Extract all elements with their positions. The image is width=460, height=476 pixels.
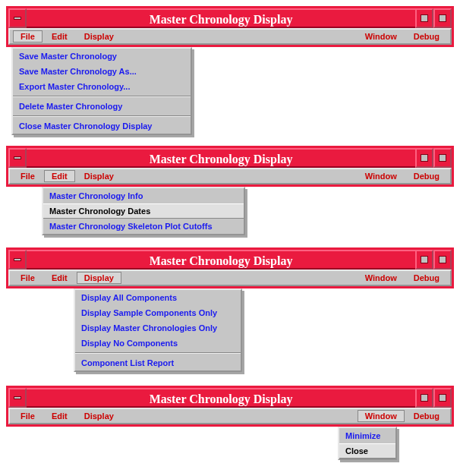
window-title: Master Chronology Display — [27, 8, 415, 28]
titlebar: Master Chronology Display — [8, 250, 452, 270]
minimize-button[interactable] — [415, 388, 433, 408]
window-menu-button[interactable] — [8, 8, 27, 28]
window-menu-button[interactable] — [8, 250, 27, 270]
menu-item-export[interactable]: Export Master Chronology... — [13, 79, 191, 94]
menu-separator — [13, 96, 191, 97]
menu-edit[interactable]: Edit — [44, 410, 75, 422]
menu-item-close[interactable]: Close — [339, 443, 395, 459]
menu-edit[interactable]: Edit — [44, 30, 75, 43]
minimize-button[interactable] — [415, 148, 433, 168]
menu-debug[interactable]: Debug — [406, 30, 447, 43]
dropdown-edit: Master Chronology Info Master Chronology… — [42, 187, 245, 235]
menu-display[interactable]: Display — [77, 272, 121, 284]
menu-item-delete[interactable]: Delete Master Chronology — [13, 99, 191, 114]
menu-file[interactable]: File — [13, 30, 43, 43]
menu-item-component-report[interactable]: Component List Report — [75, 355, 241, 370]
menu-window[interactable]: Window — [358, 30, 405, 43]
minimize-button[interactable] — [415, 8, 433, 28]
dropdown-file: Save Master Chronology Save Master Chron… — [11, 47, 192, 135]
menu-item-info[interactable]: Master Chronology Info — [43, 188, 244, 203]
window-title: Master Chronology Display — [27, 250, 415, 270]
dropdown-window: Minimize Close — [338, 427, 397, 460]
menu-display[interactable]: Display — [77, 30, 121, 43]
menu-item-save-as[interactable]: Save Master Chronology As... — [13, 64, 191, 79]
menu-debug[interactable]: Debug — [406, 272, 447, 284]
menu-window[interactable]: Window — [358, 170, 405, 182]
minimize-button[interactable] — [415, 250, 433, 270]
window-title: Master Chronology Display — [27, 388, 415, 408]
window-master-chronology: Master Chronology Display File Edit Disp… — [6, 247, 454, 288]
titlebar: Master Chronology Display — [8, 148, 452, 168]
menubar: File Edit Display Window Debug — [8, 28, 452, 45]
menu-item-skeleton-cutoffs[interactable]: Master Chronology Skeleton Plot Cutoffs — [43, 219, 244, 234]
menu-item-save[interactable]: Save Master Chronology — [13, 49, 191, 64]
window-master-chronology: Master Chronology Display File Edit Disp… — [6, 146, 454, 187]
menu-file[interactable]: File — [13, 272, 43, 284]
menu-item-dates[interactable]: Master Chronology Dates — [43, 203, 244, 219]
menu-edit[interactable]: Edit — [44, 272, 75, 284]
titlebar: Master Chronology Display — [8, 8, 452, 28]
menu-file[interactable]: File — [13, 410, 43, 422]
menu-item-display-all[interactable]: Display All Components — [75, 290, 241, 305]
menu-item-display-none[interactable]: Display No Components — [75, 336, 241, 351]
window-menu-button[interactable] — [8, 148, 27, 168]
menubar: File Edit Display Window Debug — [8, 168, 452, 184]
window-master-chronology: Master Chronology Display File Edit Disp… — [6, 386, 454, 427]
menu-display[interactable]: Display — [77, 410, 121, 422]
maximize-button[interactable] — [433, 250, 452, 270]
maximize-button[interactable] — [433, 148, 452, 168]
menu-item-close-display[interactable]: Close Master Chronology Display — [13, 118, 191, 134]
menu-display[interactable]: Display — [77, 170, 121, 182]
maximize-button[interactable] — [433, 8, 452, 28]
menu-separator — [13, 115, 191, 117]
window-menu-button[interactable] — [8, 388, 27, 408]
window-title: Master Chronology Display — [27, 148, 415, 168]
menu-item-minimize[interactable]: Minimize — [339, 428, 395, 443]
menu-debug[interactable]: Debug — [406, 170, 447, 182]
menu-window[interactable]: Window — [358, 272, 405, 284]
maximize-button[interactable] — [433, 388, 452, 408]
menubar: File Edit Display Window Debug — [8, 270, 452, 286]
menu-item-display-master[interactable]: Display Master Chronologies Only — [75, 320, 241, 336]
menu-edit[interactable]: Edit — [44, 170, 75, 182]
menu-item-display-sample[interactable]: Display Sample Components Only — [75, 305, 241, 320]
titlebar: Master Chronology Display — [8, 388, 452, 408]
menu-separator — [75, 352, 241, 354]
menu-window[interactable]: Window — [358, 410, 405, 422]
window-master-chronology: Master Chronology Display File Edit Disp… — [6, 6, 454, 47]
menu-debug[interactable]: Debug — [406, 410, 447, 422]
menubar: File Edit Display Window Debug — [8, 408, 452, 424]
menu-file[interactable]: File — [13, 170, 43, 182]
dropdown-display: Display All Components Display Sample Co… — [74, 288, 242, 372]
